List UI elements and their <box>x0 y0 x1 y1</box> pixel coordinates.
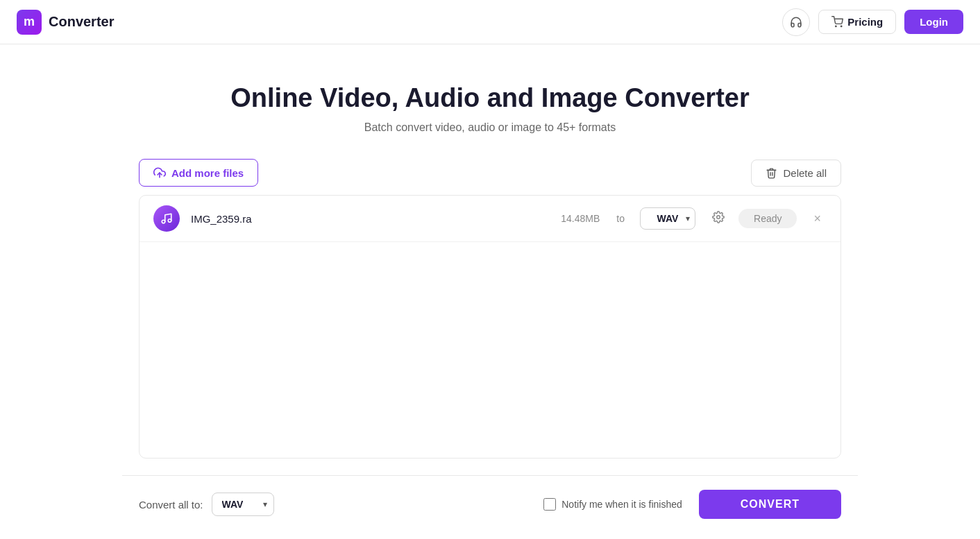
login-button[interactable]: Login <box>904 10 963 34</box>
cart-icon <box>831 16 843 28</box>
music-note-icon <box>160 212 173 225</box>
hero-title: Online Video, Audio and Image Converter <box>11 83 969 113</box>
convert-button[interactable]: CONVERT <box>699 490 841 519</box>
app-title: Converter <box>49 14 114 30</box>
svg-point-3 <box>162 220 165 223</box>
svg-point-4 <box>168 219 171 223</box>
delete-all-button[interactable]: Delete all <box>751 160 841 187</box>
table-row: IMG_2359.ra 14.48MB to WAV MP3 AAC OGG F… <box>140 196 840 242</box>
file-settings-button[interactable] <box>709 208 727 230</box>
logo-icon: m <box>17 10 42 35</box>
file-list: IMG_2359.ra 14.48MB to WAV MP3 AAC OGG F… <box>139 195 841 459</box>
header-left: m Converter <box>17 10 114 35</box>
file-name: IMG_2359.ra <box>191 213 550 225</box>
notify-checkbox[interactable] <box>543 498 556 511</box>
footer-bar: Convert all to: WAV MP3 AAC OGG FLAC M4A… <box>122 475 858 533</box>
file-type-icon <box>153 205 180 232</box>
notify-label: Notify me when it is finished <box>561 499 682 510</box>
convert-all-select[interactable]: WAV MP3 AAC OGG FLAC M4A MP4 AVI MOV <box>212 493 274 516</box>
status-badge: Ready <box>738 209 797 228</box>
convert-all-row: Convert all to: WAV MP3 AAC OGG FLAC M4A… <box>139 493 274 516</box>
header: m Converter Pricing Login <box>0 0 980 44</box>
files-toolbar: Add more files Delete all <box>139 159 841 187</box>
convert-all-select-wrapper: WAV MP3 AAC OGG FLAC M4A MP4 AVI MOV <box>212 493 274 516</box>
pricing-button[interactable]: Pricing <box>818 10 896 34</box>
upload-icon <box>153 166 166 179</box>
gear-icon <box>712 211 725 223</box>
headphone-icon <box>790 16 802 28</box>
to-label: to <box>616 213 625 224</box>
svg-point-1 <box>841 26 842 26</box>
format-select-wrapper: WAV MP3 AAC OGG FLAC M4A MP4 AVI MOV <box>640 207 695 230</box>
notify-row: Notify me when it is finished <box>543 498 682 511</box>
convert-all-label: Convert all to: <box>139 499 203 511</box>
trash-icon <box>766 167 777 179</box>
header-right: Pricing Login <box>782 8 963 36</box>
file-size: 14.48MB <box>561 213 600 224</box>
footer-right: Notify me when it is finished CONVERT <box>543 490 841 519</box>
support-button[interactable] <box>782 8 810 36</box>
svg-point-0 <box>836 26 836 26</box>
main-content: Add more files Delete all IMG_2359.ra <box>122 159 858 459</box>
hero-subtitle: Batch convert video, audio or image to 4… <box>11 121 969 134</box>
file-format-select[interactable]: WAV MP3 AAC OGG FLAC M4A MP4 AVI MOV <box>640 207 695 230</box>
remove-file-button[interactable]: × <box>808 209 827 228</box>
svg-point-5 <box>717 215 720 219</box>
hero-section: Online Video, Audio and Image Converter … <box>0 44 980 159</box>
add-more-files-button[interactable]: Add more files <box>139 159 258 187</box>
